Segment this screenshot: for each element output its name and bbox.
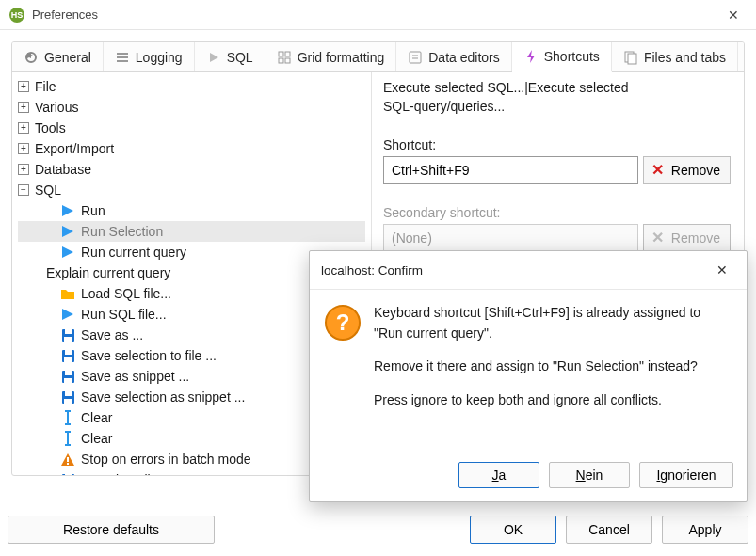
svg-rect-7 bbox=[285, 58, 290, 63]
remove-icon-disabled: ✕ bbox=[651, 229, 664, 246]
tree-label: File bbox=[35, 79, 56, 94]
tab-files-and-tabs[interactable]: Files and tabs bbox=[612, 42, 738, 71]
disk-icon bbox=[59, 369, 76, 384]
tab-logging[interactable]: Logging bbox=[104, 42, 195, 71]
tree-label: Save selection to file ... bbox=[81, 348, 217, 363]
secondary-shortcut-input bbox=[383, 224, 638, 252]
remove-label: Remove bbox=[671, 230, 720, 246]
tab-label: SQL bbox=[227, 50, 253, 65]
tab-icon bbox=[115, 50, 130, 65]
expand-icon[interactable]: + bbox=[18, 164, 29, 175]
tree-label: Export/Import bbox=[35, 141, 114, 156]
disk-icon bbox=[59, 472, 76, 475]
svg-rect-2 bbox=[117, 56, 128, 58]
expand-icon[interactable]: + bbox=[18, 81, 29, 92]
ok-button[interactable]: OK bbox=[470, 516, 556, 544]
tree-label: Clear bbox=[81, 431, 112, 446]
svg-rect-8 bbox=[410, 52, 421, 63]
dialog-no-button[interactable]: Nein bbox=[549, 462, 630, 488]
svg-rect-6 bbox=[279, 58, 283, 63]
tab-data-editors[interactable]: Data editors bbox=[396, 42, 511, 71]
tab-icon bbox=[523, 49, 539, 64]
svg-rect-5 bbox=[285, 52, 290, 56]
svg-rect-24 bbox=[67, 463, 69, 465]
tree-label: SQL bbox=[35, 183, 61, 198]
footer: Restore defaults OK Cancel Apply bbox=[8, 516, 748, 544]
restore-defaults-button[interactable]: Restore defaults bbox=[8, 516, 215, 544]
svg-rect-22 bbox=[64, 399, 72, 404]
svg-rect-4 bbox=[279, 52, 283, 56]
titlebar: HS Preferences ✕ bbox=[0, 0, 756, 30]
tree-node-file[interactable]: +File bbox=[18, 76, 365, 97]
remove-secondary-button: ✕ Remove bbox=[643, 224, 731, 252]
tab-label: Logging bbox=[136, 50, 183, 65]
shortcut-input[interactable] bbox=[383, 156, 638, 184]
tree-node-sql[interactable]: −SQL bbox=[18, 180, 365, 200]
tree-label: Save as snippet ... bbox=[81, 369, 189, 384]
tree-label: Tools bbox=[35, 120, 66, 135]
remove-icon: ✕ bbox=[651, 161, 664, 179]
tree-label: Run Selection bbox=[81, 224, 163, 239]
ibeam-icon bbox=[59, 431, 76, 446]
expand-icon[interactable]: + bbox=[18, 143, 29, 154]
shortcut-label: Shortcut: bbox=[383, 137, 731, 152]
tree-label: Explain current query bbox=[46, 265, 170, 280]
svg-rect-15 bbox=[65, 350, 72, 355]
tree-node-tools[interactable]: +Tools bbox=[18, 118, 365, 138]
confirm-dialog: localhost: Confirm ✕ ? Keyboard shortcut… bbox=[309, 250, 748, 502]
disk-icon bbox=[59, 348, 76, 363]
dialog-titlebar: localhost: Confirm ✕ bbox=[310, 251, 747, 290]
tree-label: Wrap long lines bbox=[81, 472, 171, 475]
tree-item-run-selection[interactable]: Run Selection bbox=[18, 221, 365, 242]
tab-icon bbox=[277, 50, 292, 65]
svg-rect-19 bbox=[64, 378, 72, 383]
run-icon bbox=[59, 245, 76, 260]
remove-label: Remove bbox=[671, 163, 720, 178]
tree-label: Stop on errors in batch mode bbox=[81, 452, 251, 467]
tab-grid-formatting[interactable]: Grid formatting bbox=[265, 42, 397, 71]
warn-icon bbox=[59, 452, 76, 467]
tab-shortcuts[interactable]: Shortcuts bbox=[512, 42, 612, 72]
dialog-ignore-rest: gnorieren bbox=[660, 468, 716, 483]
tree-node-export-import[interactable]: +Export/Import bbox=[18, 138, 365, 159]
tree-label: Load SQL file... bbox=[81, 286, 171, 301]
tree-label: Clear bbox=[81, 410, 112, 425]
tree-label: Various bbox=[35, 100, 78, 115]
run-icon bbox=[59, 307, 76, 322]
dialog-yes-button[interactable]: Ja bbox=[458, 462, 539, 488]
folder-icon bbox=[59, 286, 76, 301]
svg-rect-21 bbox=[65, 391, 72, 396]
window-title: Preferences bbox=[32, 8, 98, 22]
tab-sql[interactable]: SQL bbox=[195, 42, 265, 71]
svg-rect-13 bbox=[64, 337, 72, 342]
tab-general[interactable]: General bbox=[12, 42, 104, 71]
tree-node-various[interactable]: +Various bbox=[18, 97, 365, 118]
run-icon bbox=[59, 224, 76, 239]
svg-rect-16 bbox=[64, 357, 72, 362]
expand-icon[interactable]: + bbox=[18, 122, 29, 134]
svg-rect-12 bbox=[65, 329, 72, 334]
dialog-close-icon[interactable]: ✕ bbox=[709, 259, 735, 281]
apply-button[interactable]: Apply bbox=[662, 516, 748, 544]
dialog-no-rest: ein bbox=[586, 468, 603, 483]
tree-label: Run current query bbox=[81, 245, 186, 260]
tree-node-database[interactable]: +Database bbox=[18, 159, 365, 180]
cancel-button[interactable]: Cancel bbox=[566, 516, 652, 544]
expand-icon[interactable]: + bbox=[18, 102, 29, 113]
remove-shortcut-button[interactable]: ✕ Remove bbox=[643, 156, 731, 184]
dialog-title: localhost: Confirm bbox=[321, 263, 423, 278]
secondary-shortcut-label: Secondary shortcut: bbox=[383, 205, 731, 220]
svg-rect-3 bbox=[117, 60, 128, 62]
tree-item-run[interactable]: Run bbox=[18, 200, 365, 221]
svg-rect-23 bbox=[67, 457, 69, 462]
svg-rect-18 bbox=[65, 371, 72, 375]
tab-label: General bbox=[44, 50, 91, 65]
svg-rect-1 bbox=[117, 53, 128, 55]
dialog-yes-rest: a bbox=[499, 468, 507, 483]
expand-icon[interactable]: − bbox=[18, 184, 29, 196]
ibeam-icon bbox=[59, 410, 76, 425]
svg-rect-10 bbox=[628, 54, 636, 64]
dialog-ignore-button[interactable]: Ignorieren bbox=[639, 462, 733, 488]
run-icon bbox=[59, 203, 76, 218]
close-icon[interactable]: ✕ bbox=[720, 4, 747, 26]
